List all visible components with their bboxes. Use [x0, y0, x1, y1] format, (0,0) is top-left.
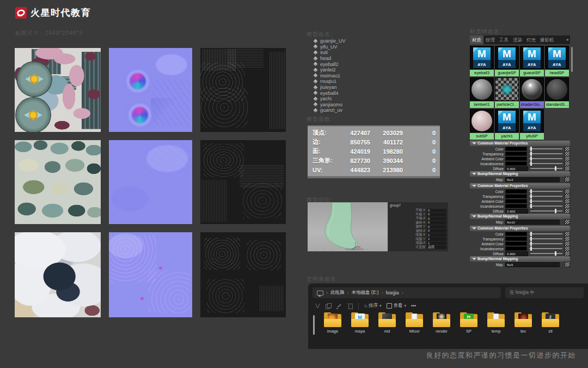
outliner-item[interactable]: guanjie_UV — [314, 38, 346, 44]
slider-handle[interactable] — [530, 242, 532, 246]
folder-tile[interactable]: image — [319, 312, 346, 334]
folder-tile[interactable]: PtSP — [455, 312, 482, 334]
attr-slider[interactable] — [529, 242, 562, 246]
diffuse-value-field[interactable]: 0.800 — [505, 166, 528, 171]
slider-handle[interactable] — [555, 166, 557, 171]
color-swatch[interactable] — [505, 161, 527, 166]
tab-灯光[interactable]: 灯光 — [524, 35, 538, 44]
material-swatch[interactable]: MAYAyachi1 — [495, 109, 519, 140]
attr-slider[interactable] — [529, 232, 562, 236]
folder-tile[interactable]: Mmaya — [346, 312, 373, 334]
folder-tile[interactable]: render — [428, 312, 455, 334]
sort-button[interactable]: ↑↓ 排序 ▾ — [364, 303, 382, 309]
folder-tile[interactable]: Mtool — [401, 312, 428, 334]
attr-slider[interactable] — [529, 204, 562, 208]
folder-tile[interactable]: Zztl — [537, 312, 564, 334]
map-value-field[interactable]: file5 — [505, 262, 560, 267]
attr-slider[interactable] — [530, 166, 562, 171]
outliner-item[interactable]: yachi — [314, 96, 346, 102]
attr-slider[interactable] — [530, 209, 562, 213]
outliner-item[interactable]: yanlei2 — [314, 67, 346, 73]
breadcrumb[interactable]: ›此电脑›本地磁盘 (E:)›feiejjia› — [313, 287, 501, 298]
color-swatch[interactable] — [505, 232, 527, 237]
attr-slider[interactable] — [530, 251, 562, 256]
slider-handle[interactable] — [530, 189, 532, 194]
attr-slider[interactable] — [529, 189, 562, 194]
attr-slider[interactable] — [529, 199, 562, 203]
slider-handle[interactable] — [530, 204, 532, 208]
color-swatch[interactable] — [505, 189, 527, 194]
map-value-field[interactable]: file3 — [505, 177, 560, 182]
attr-slider[interactable] — [529, 156, 562, 161]
slider-handle[interactable] — [555, 251, 557, 256]
material-swatch[interactable]: MAYAguanziSP — [520, 46, 544, 76]
more-button[interactable]: ••• — [411, 303, 416, 309]
slider-handle[interactable] — [530, 152, 532, 156]
outliner-item[interactable]: eyeball2 — [314, 61, 346, 67]
tab-渲染[interactable]: 渲染 — [511, 35, 524, 44]
bump-mapping-header[interactable]: Bump/Normal Mapping — [470, 256, 570, 262]
tab-overflow-arrow[interactable]: ▸ — [567, 35, 570, 44]
outliner-item[interactable]: guanzi_uv — [314, 107, 346, 113]
material-swatch[interactable]: particleCl... — [495, 77, 519, 108]
folder-tile[interactable]: tex — [510, 312, 537, 334]
view-button[interactable]: 查看 ▾ — [387, 303, 407, 309]
outliner-item[interactable]: head — [314, 56, 346, 62]
slider-handle[interactable] — [530, 237, 532, 241]
material-swatch[interactable]: standardS... — [545, 77, 569, 108]
breadcrumb-item[interactable]: 本地磁盘 (E:) — [352, 289, 379, 296]
material-swatch[interactable]: MAYAheadSP — [545, 46, 569, 76]
attr-slider[interactable] — [529, 161, 562, 166]
material-swatch[interactable]: MAYAguanjieSP — [495, 46, 519, 76]
diffuse-value-field[interactable]: 0.800 — [505, 251, 528, 256]
channel-value-field[interactable]: 启用 — [427, 245, 446, 249]
breadcrumb-item[interactable]: 此电脑 — [330, 289, 345, 296]
channel-value-field[interactable]: 1 — [427, 237, 446, 241]
common-properties-header[interactable]: Common Material Properties — [470, 141, 570, 146]
outliner-item[interactable]: jiuieyan — [314, 85, 346, 91]
map-texture-button[interactable] — [565, 262, 570, 267]
outliner-item[interactable]: rouqiu1 — [314, 79, 346, 85]
color-swatch[interactable] — [505, 147, 527, 152]
common-properties-header[interactable]: Common Material Properties — [470, 183, 570, 189]
color-swatch[interactable] — [505, 152, 527, 156]
channel-value-field[interactable]: 1 — [427, 242, 446, 245]
channel-value-field[interactable]: 1 — [427, 233, 446, 237]
cut-icon[interactable] — [315, 303, 321, 309]
color-swatch[interactable] — [505, 237, 527, 242]
material-swatch[interactable]: MAYAeyeball3 — [470, 46, 494, 76]
color-swatch[interactable] — [505, 246, 527, 251]
outliner-item[interactable]: suti — [314, 50, 346, 56]
slider-handle[interactable] — [530, 232, 532, 236]
outliner-item[interactable]: meimao1 — [314, 73, 346, 79]
copy-icon[interactable] — [326, 303, 332, 309]
delete-icon[interactable] — [347, 303, 353, 309]
map-texture-button[interactable] — [565, 208, 570, 214]
slider-handle[interactable] — [530, 246, 532, 251]
channel-value-field[interactable]: 0 — [427, 217, 446, 221]
map-texture-button[interactable] — [565, 251, 570, 256]
material-swatch[interactable]: lambert1 — [470, 77, 494, 108]
color-swatch[interactable] — [505, 242, 527, 246]
outliner-item[interactable]: yifu_UV — [314, 44, 346, 50]
map-texture-button[interactable] — [565, 219, 570, 225]
rename-icon[interactable] — [336, 303, 342, 309]
slider-handle[interactable] — [530, 194, 532, 198]
explorer-search[interactable]: 在 feiejjia 中 — [505, 287, 584, 298]
slider-handle[interactable] — [555, 209, 557, 213]
slider-handle[interactable] — [530, 156, 532, 161]
attr-slider[interactable] — [529, 194, 562, 198]
attr-slider[interactable] — [529, 246, 562, 251]
tab-摄影机[interactable]: 摄影机 — [538, 35, 556, 44]
channel-value-field[interactable]: 0 — [427, 221, 446, 225]
folder-tile[interactable]: temp — [482, 312, 510, 334]
color-swatch[interactable] — [505, 194, 527, 199]
channel-value-field[interactable]: 0 — [427, 225, 446, 229]
channel-value-field[interactable]: 0 — [427, 229, 446, 233]
model-viewport[interactable] — [308, 202, 388, 251]
swatch-scrollbar[interactable] — [571, 47, 573, 72]
tab-纹理[interactable]: 纹理 — [483, 35, 497, 44]
slider-handle[interactable] — [530, 161, 532, 166]
breadcrumb-item[interactable]: feiejjia — [386, 290, 399, 295]
color-swatch[interactable] — [505, 156, 527, 161]
